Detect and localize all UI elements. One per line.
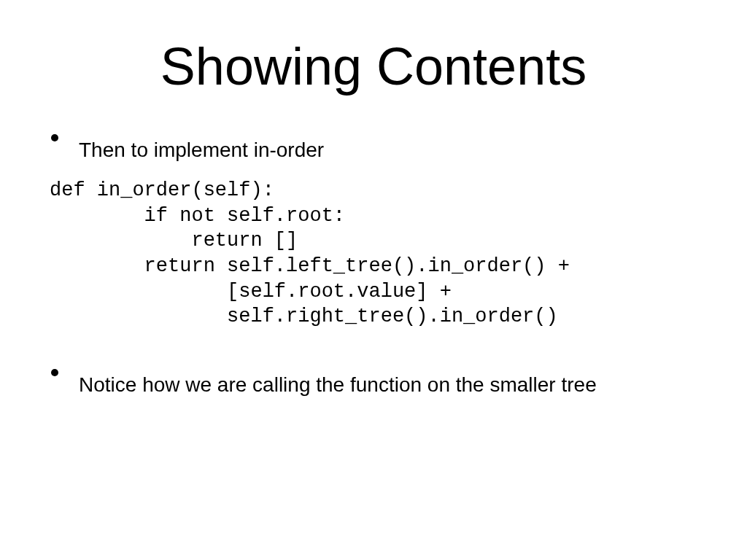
slide: Showing Contents Then to implement in-or… — [0, 0, 747, 560]
bullet-icon — [51, 134, 58, 141]
bullet-text: Notice how we are calling the function o… — [79, 372, 597, 398]
code-block: def in_order(self): if not self.root: re… — [50, 178, 703, 329]
bullet-item: Then to implement in-order — [44, 133, 703, 163]
bullet-text: Then to implement in-order — [79, 137, 324, 163]
slide-title: Showing Contents — [44, 36, 703, 96]
bullet-icon — [51, 369, 58, 376]
bullet-item: Notice how we are calling the function o… — [44, 368, 703, 398]
